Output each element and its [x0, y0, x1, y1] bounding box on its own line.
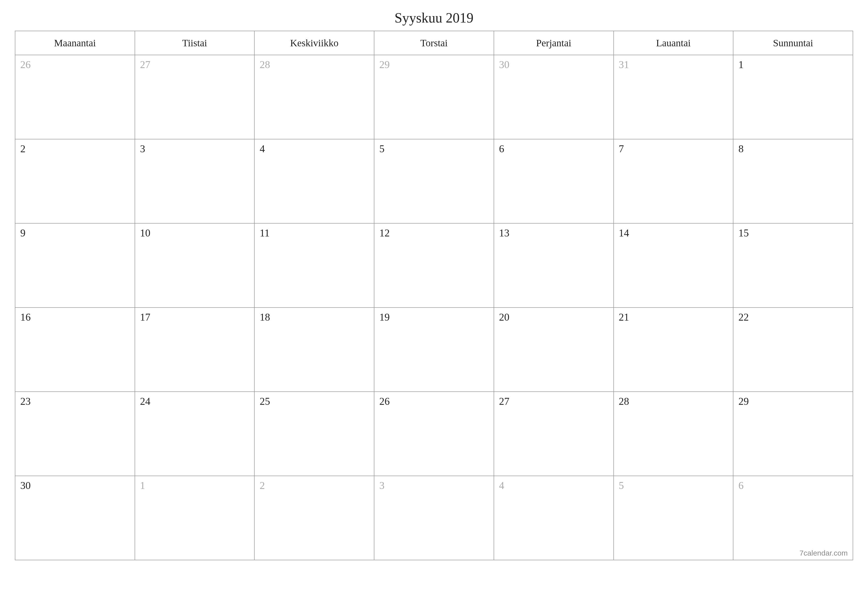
weekday-header: Tiistai	[135, 31, 254, 55]
weekday-header: Lauantai	[614, 31, 733, 55]
calendar-body: 26 27 28 29 30 31 1 2 3 4 5 6 7 8 9 10 1…	[15, 55, 853, 560]
day-cell: 25	[254, 392, 374, 476]
day-cell: 2	[254, 476, 374, 560]
day-cell: 20	[494, 308, 614, 392]
day-cell: 29	[374, 55, 494, 139]
day-cell: 6	[494, 139, 614, 223]
weekday-header: Torstai	[374, 31, 494, 55]
day-cell: 15	[733, 223, 853, 308]
footer-credit: 7calendar.com	[800, 549, 848, 557]
day-cell: 1	[733, 55, 853, 139]
day-cell: 9	[15, 223, 135, 308]
weekday-header: Maanantai	[15, 31, 135, 55]
day-cell: 14	[614, 223, 733, 308]
calendar-grid: Maanantai Tiistai Keskiviikko Torstai Pe…	[15, 31, 853, 560]
day-cell: 26	[374, 392, 494, 476]
weekday-header: Keskiviikko	[254, 31, 374, 55]
day-cell: 30	[494, 55, 614, 139]
day-cell: 23	[15, 392, 135, 476]
day-cell: 26	[15, 55, 135, 139]
day-cell: 17	[135, 308, 254, 392]
weekday-header: Perjantai	[494, 31, 614, 55]
day-cell: 8	[733, 139, 853, 223]
calendar-week-row: 30 1 2 3 4 5 6 7calendar.com	[15, 476, 853, 560]
day-number: 6	[738, 480, 744, 491]
day-cell: 28	[614, 392, 733, 476]
day-cell: 21	[614, 308, 733, 392]
day-cell: 30	[15, 476, 135, 560]
day-cell: 2	[15, 139, 135, 223]
day-cell: 29	[733, 392, 853, 476]
calendar-week-row: 9 10 11 12 13 14 15	[15, 223, 853, 308]
calendar-week-row: 16 17 18 19 20 21 22	[15, 308, 853, 392]
day-cell: 31	[614, 55, 733, 139]
day-cell: 27	[494, 392, 614, 476]
day-cell: 19	[374, 308, 494, 392]
day-cell: 24	[135, 392, 254, 476]
calendar-week-row: 2 3 4 5 6 7 8	[15, 139, 853, 223]
day-cell: 4	[494, 476, 614, 560]
day-cell: 1	[135, 476, 254, 560]
day-cell: 16	[15, 308, 135, 392]
weekday-header: Sunnuntai	[733, 31, 853, 55]
day-cell: 18	[254, 308, 374, 392]
day-cell: 27	[135, 55, 254, 139]
day-cell: 22	[733, 308, 853, 392]
day-cell: 13	[494, 223, 614, 308]
day-cell: 3	[374, 476, 494, 560]
day-cell: 4	[254, 139, 374, 223]
day-cell: 11	[254, 223, 374, 308]
weekday-header-row: Maanantai Tiistai Keskiviikko Torstai Pe…	[15, 31, 853, 55]
day-cell: 3	[135, 139, 254, 223]
day-cell: 5	[614, 476, 733, 560]
calendar-title: Syyskuu 2019	[15, 10, 853, 26]
day-cell: 10	[135, 223, 254, 308]
day-cell: 6 7calendar.com	[733, 476, 853, 560]
day-cell: 28	[254, 55, 374, 139]
calendar-week-row: 23 24 25 26 27 28 29	[15, 392, 853, 476]
day-cell: 5	[374, 139, 494, 223]
calendar-week-row: 26 27 28 29 30 31 1	[15, 55, 853, 139]
day-cell: 12	[374, 223, 494, 308]
day-cell: 7	[614, 139, 733, 223]
